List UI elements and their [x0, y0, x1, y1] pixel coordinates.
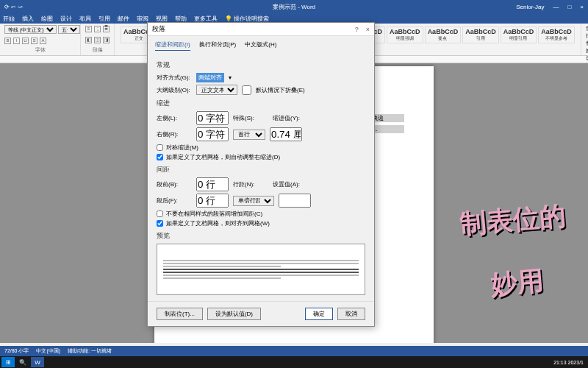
no-space-label: 不要在相同样式的段落间增加间距(C)	[166, 210, 262, 218]
tab-design[interactable]: 设计	[60, 15, 72, 23]
left-indent-input[interactable]	[196, 111, 229, 125]
paragraph-dialog: 段落 ? × 缩进和间距(I) 换行和分页(P) 中文版式(H) 常规 对齐方式…	[147, 22, 375, 327]
at-label: 设置值(A):	[273, 180, 301, 188]
dialog-tab-asian[interactable]: 中文版式(H)	[245, 40, 276, 51]
align-icon[interactable]: ≣	[103, 26, 110, 32]
style-item[interactable]: AaBbCcD引用	[462, 26, 499, 43]
at-input[interactable]	[279, 194, 311, 208]
auto-indent-label: 如果定义了文档网格，则自动调整右缩进(D)	[166, 153, 280, 161]
style-item[interactable]: AaBbCcD要点	[425, 26, 462, 43]
tabs-button[interactable]: 制表位(T)...	[157, 308, 203, 320]
by-label: 缩进值(Y):	[273, 114, 301, 122]
search-icon[interactable]: 🔍	[16, 357, 29, 367]
style-item[interactable]: AaBbCcD明显强调	[387, 26, 423, 43]
dialog-close-icon[interactable]: ×	[366, 26, 370, 33]
dialog-help-icon[interactable]: ?	[355, 26, 359, 33]
language[interactable]: 中文(中国)	[36, 347, 60, 355]
right-indent-input[interactable]	[196, 127, 229, 141]
tab-home[interactable]: 开始	[3, 15, 15, 23]
no-space-checkbox[interactable]	[157, 210, 163, 217]
dialog-tab-indent[interactable]: 缩进和间距(I)	[155, 40, 190, 51]
section-general: 常规	[157, 61, 365, 70]
tab-help[interactable]: 帮助	[175, 15, 187, 23]
mirror-label: 对称缩进(M)	[166, 144, 198, 152]
default-button[interactable]: 设为默认值(D)	[207, 308, 261, 320]
tab-draw[interactable]: 绘图	[41, 15, 53, 23]
minimize-icon[interactable]: —	[553, 4, 559, 10]
italic-icon[interactable]: I	[13, 38, 20, 44]
style-item[interactable]: AaBbCcD明显引用	[501, 26, 537, 43]
clock[interactable]: 21:13 2023/1	[553, 357, 587, 367]
special-select[interactable]: 首行	[233, 130, 265, 140]
auto-indent-checkbox[interactable]	[157, 154, 163, 160]
mirror-checkbox[interactable]	[157, 144, 163, 151]
outline-select[interactable]: 正文文本	[196, 85, 237, 95]
underline-icon[interactable]: U	[22, 38, 29, 44]
strike-icon[interactable]: S	[31, 38, 37, 44]
after-label: 段后(F):	[157, 197, 192, 205]
before-label: 段前(B):	[157, 180, 192, 188]
by-input[interactable]	[270, 127, 302, 141]
group-font-label: 字体	[4, 46, 76, 54]
align-center-icon[interactable]: ◫	[94, 37, 101, 43]
section-indent: 缩进	[157, 99, 365, 108]
align-left-icon[interactable]: ◧	[85, 37, 92, 43]
special-label: 特殊(S):	[233, 114, 268, 122]
collapse-checkbox[interactable]	[242, 85, 251, 95]
line-spacing-label: 行距(N):	[233, 180, 268, 188]
tab-layout[interactable]: 布局	[79, 15, 91, 23]
preview-pane	[157, 244, 365, 295]
search-hint[interactable]: 💡 操作说明搜索	[225, 15, 269, 23]
tab-view[interactable]: 视图	[156, 15, 168, 23]
font-size-select[interactable]: 五号	[58, 25, 80, 34]
chevron-down-icon[interactable]: ▾	[229, 74, 232, 81]
before-input[interactable]	[196, 177, 229, 191]
bold-icon[interactable]: B	[4, 38, 11, 44]
close-icon[interactable]: ×	[580, 4, 584, 10]
user-name: Senior-Jay	[516, 4, 544, 10]
line-spacing-select[interactable]: 单倍行距	[233, 196, 274, 206]
autosave: ⟳ ⤺ ⤻	[4, 4, 23, 10]
tab-mailings[interactable]: 邮件	[118, 15, 129, 23]
group-para-label: 段落	[85, 46, 110, 54]
align-right-icon[interactable]: ◨	[103, 37, 110, 43]
start-icon[interactable]: ⊞	[1, 357, 15, 367]
tab-review[interactable]: 审阅	[137, 15, 148, 23]
outline-label: 大纲级别(O):	[157, 86, 192, 94]
bullets-icon[interactable]: ≡	[85, 26, 92, 32]
highlight-icon[interactable]: A	[40, 38, 46, 44]
snap-grid-label: 如果定义了文档网格，则对齐到网格(W)	[166, 219, 270, 227]
word-icon[interactable]: W	[31, 357, 44, 367]
maximize-icon[interactable]: □	[567, 4, 571, 10]
collapse-label: 默认情况下折叠(E)	[256, 86, 305, 94]
font-name-select[interactable]: 等线 (中文正文)	[4, 25, 57, 34]
taskbar: ⊞ 🔍 W 21:13 2023/1	[0, 356, 588, 368]
status-bar: 72/80 小字 中文(中国) 辅助功能: 一切就绪	[0, 346, 588, 356]
document-title: 案例示范 - Word	[273, 3, 315, 11]
section-preview: 预览	[157, 232, 365, 241]
right-indent-label: 右侧(R):	[157, 130, 192, 138]
accessibility[interactable]: 辅助功能: 一切就绪	[68, 347, 112, 355]
tab-more-tools[interactable]: 更多工具	[194, 15, 218, 23]
tab-insert[interactable]: 插入	[22, 15, 34, 23]
ok-button[interactable]: 确定	[305, 308, 333, 320]
page-count[interactable]: 72/80 小字	[4, 347, 29, 355]
style-item[interactable]: AaBbCcD不明显参考	[538, 26, 575, 43]
alignment-select[interactable]: 两端对齐	[196, 73, 224, 82]
dialog-tab-breaks[interactable]: 换行和分页(P)	[199, 40, 237, 51]
alignment-label: 对齐方式(G):	[157, 74, 192, 82]
section-spacing: 间距	[157, 166, 365, 174]
title-bar: ⟳ ⤺ ⤻ 案例示范 - Word Senior-Jay — □ ×	[0, 0, 588, 13]
tab-references[interactable]: 引用	[98, 15, 110, 23]
left-indent-label: 左侧(L):	[157, 114, 192, 122]
after-input[interactable]	[196, 194, 229, 208]
dialog-title: 段落	[152, 24, 165, 34]
snap-grid-checkbox[interactable]	[157, 220, 163, 227]
cancel-button[interactable]: 取消	[337, 308, 365, 320]
numbering-icon[interactable]: ⋮	[94, 26, 101, 32]
